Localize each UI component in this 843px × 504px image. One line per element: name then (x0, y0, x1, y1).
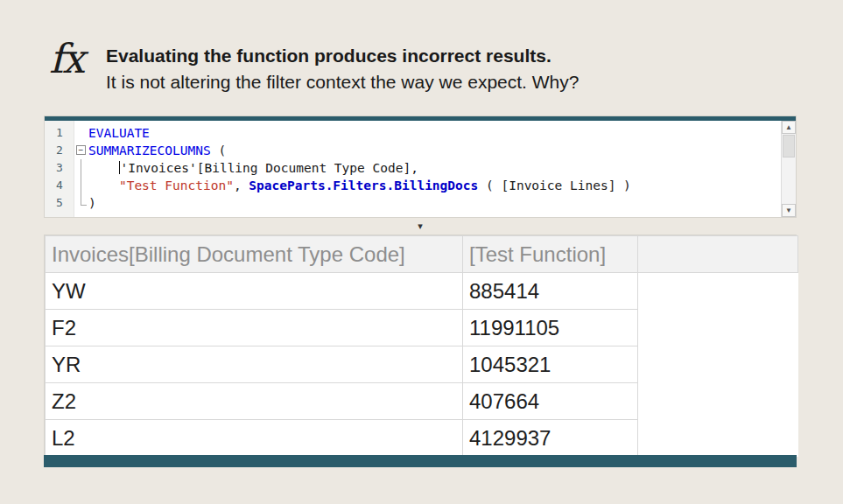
code-segment: 'Invoices'[Billing Document Type Code], (120, 161, 418, 175)
result-row[interactable]: F211991105 (46, 310, 798, 346)
code-text[interactable]: 'Invoices'[Billing Document Type Code], (88, 159, 780, 177)
result-cell[interactable]: L2 (46, 420, 463, 457)
query-results-pane: Invoices[Billing Document Type Code][Tes… (44, 234, 797, 467)
column-header[interactable]: [Test Function] (463, 236, 638, 273)
scroll-up-button[interactable]: ▲ (782, 121, 796, 134)
result-cell[interactable]: YW (46, 273, 463, 310)
results-header: Invoices[Billing Document Type Code][Tes… (46, 236, 798, 273)
result-cell[interactable]: 1045321 (463, 346, 638, 383)
fold-indicator (74, 124, 88, 142)
empty-cell (638, 383, 798, 420)
code-line[interactable]: 5) (45, 194, 780, 212)
result-row[interactable]: L24129937 (46, 420, 798, 457)
code-text[interactable]: EVALUATE (88, 124, 780, 142)
results-header-row: Invoices[Billing Document Type Code][Tes… (46, 236, 798, 273)
code-segment: ) (88, 196, 96, 210)
fold-indicator (74, 159, 88, 177)
line-number: 4 (45, 177, 74, 194)
fx-function-icon: fx (49, 35, 83, 82)
result-cell[interactable]: 4129937 (463, 420, 638, 457)
code-segment: ( (211, 144, 226, 158)
headline-line1: Evaluating the function produces incorre… (106, 43, 579, 69)
column-header[interactable]: Invoices[Billing Document Type Code] (46, 236, 463, 273)
code-text[interactable]: ) (88, 194, 780, 212)
code-line[interactable]: 4 "Test Function", SpaceParts.Filters.Bi… (45, 177, 780, 194)
result-cell[interactable]: 407664 (463, 383, 638, 420)
code-segment (88, 161, 119, 175)
editor-vertical-scrollbar: ▲ ▼ (781, 121, 796, 217)
result-row[interactable]: Z2407664 (46, 383, 798, 420)
line-number: 5 (45, 194, 74, 212)
empty-cell (638, 273, 798, 310)
result-cell[interactable]: 11991105 (463, 310, 638, 346)
fold-indicator (74, 177, 88, 194)
chevron-up-icon: ▲ (785, 123, 792, 131)
fold-indicator (74, 194, 88, 212)
code-segment: EVALUATE (88, 126, 150, 140)
scroll-down-button[interactable]: ▼ (782, 204, 796, 217)
code-segment: , (234, 178, 249, 192)
scrollbar-thumb[interactable] (783, 135, 795, 158)
empty-cell (638, 310, 798, 346)
code-segment: "Test Function" (119, 178, 234, 192)
code-line[interactable]: 2−SUMMARIZECOLUMNS ( (45, 142, 780, 159)
fold-collapse-icon[interactable]: − (74, 142, 88, 159)
code-segment (88, 178, 119, 192)
splitter-handle-icon: ▾ (418, 220, 423, 231)
question-text: Evaluating the function produces incorre… (106, 43, 579, 95)
empty-cell (638, 346, 798, 383)
code-segment: ( [Invoice Lines] ) (478, 178, 631, 192)
headline-line2: It is not altering the filter context th… (106, 69, 579, 95)
result-cell[interactable]: Z2 (46, 383, 463, 420)
empty-cell (638, 420, 798, 457)
code-line[interactable]: 3 'Invoices'[Billing Document Type Code]… (45, 159, 780, 177)
code-text[interactable]: SUMMARIZECOLUMNS ( (88, 142, 780, 159)
dax-query-editor: 1EVALUATE2−SUMMARIZECOLUMNS (3 'Invoices… (44, 116, 797, 218)
screenshot-root: fx Evaluating the function produces inco… (0, 0, 843, 504)
chevron-down-icon: ▼ (785, 206, 792, 214)
code-segment: SUMMARIZECOLUMNS (88, 144, 211, 158)
code-line[interactable]: 1EVALUATE (45, 124, 780, 142)
editor-top-border (45, 116, 796, 121)
code-segment: SpaceParts.Filters.BillingDocs (249, 178, 478, 192)
result-row[interactable]: YR1045321 (46, 346, 798, 383)
column-header[interactable] (638, 236, 798, 273)
results-body: YW885414F211991105YR1045321Z2407664L2412… (46, 273, 798, 457)
pane-splitter[interactable]: ▾ (44, 217, 797, 234)
code-lines[interactable]: 1EVALUATE2−SUMMARIZECOLUMNS (3 'Invoices… (45, 124, 780, 212)
results-horizontal-scrollbar[interactable] (44, 455, 797, 467)
results-table: Invoices[Billing Document Type Code][Tes… (45, 235, 798, 457)
line-number: 1 (45, 124, 74, 142)
line-number: 2 (45, 142, 74, 159)
result-cell[interactable]: 885414 (463, 273, 638, 310)
result-cell[interactable]: YR (46, 346, 463, 383)
result-cell[interactable]: F2 (46, 310, 463, 346)
code-text[interactable]: "Test Function", SpaceParts.Filters.Bill… (88, 177, 780, 194)
minus-icon: − (76, 145, 86, 155)
line-number: 3 (45, 159, 74, 177)
result-row[interactable]: YW885414 (46, 273, 798, 310)
